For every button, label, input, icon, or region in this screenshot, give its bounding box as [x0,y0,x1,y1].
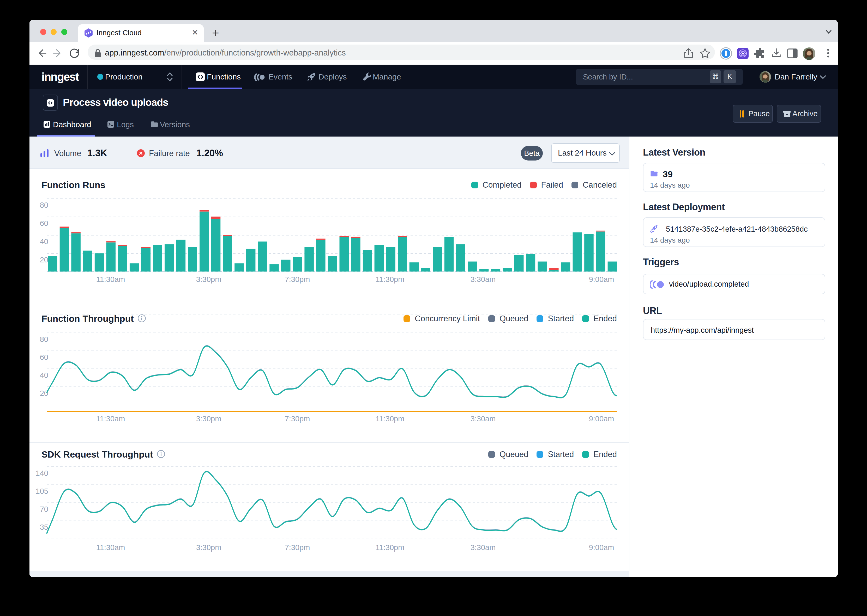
svg-text:9:00am: 9:00am [589,543,614,552]
svg-text:11:30am: 11:30am [96,415,125,423]
svg-text:9:00am: 9:00am [589,275,614,283]
svg-text:3:30pm: 3:30pm [196,275,221,283]
svg-text:7:30pm: 7:30pm [285,543,310,552]
svg-text:60: 60 [40,219,48,228]
svg-text:11:30pm: 11:30pm [375,415,405,423]
svg-text:3:30am: 3:30am [471,415,496,423]
svg-text:60: 60 [40,353,48,361]
svg-text:11:30pm: 11:30pm [375,275,405,283]
svg-text:105: 105 [36,487,48,495]
svg-text:40: 40 [40,371,48,379]
svg-text:11:30pm: 11:30pm [375,543,405,552]
svg-text:80: 80 [40,335,48,343]
svg-text:3:30am: 3:30am [471,543,496,552]
svg-text:9:00am: 9:00am [589,415,614,423]
svg-text:35: 35 [40,523,48,531]
svg-text:20: 20 [40,389,48,398]
svg-text:3:30am: 3:30am [471,275,496,283]
svg-text:3:30pm: 3:30pm [196,543,221,552]
svg-text:7:30pm: 7:30pm [285,415,310,423]
svg-text:20: 20 [40,256,48,264]
svg-text:70: 70 [40,505,48,513]
svg-text:80: 80 [40,201,48,209]
svg-text:11:30am: 11:30am [96,275,125,283]
svg-text:40: 40 [40,237,48,246]
svg-text:7:30pm: 7:30pm [285,275,310,283]
svg-text:140: 140 [36,469,48,478]
svg-text:11:30am: 11:30am [96,543,125,552]
svg-text:3:30pm: 3:30pm [196,415,221,423]
